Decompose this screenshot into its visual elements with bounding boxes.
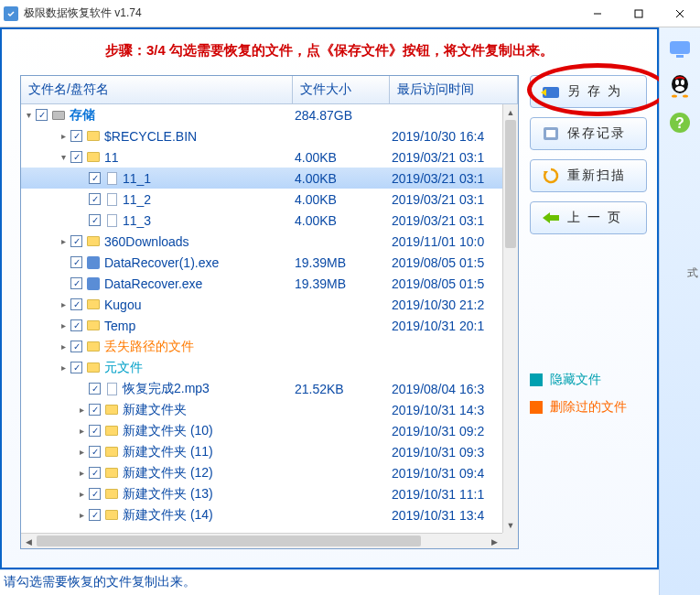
row-name: $RECYCLE.BIN bbox=[104, 129, 197, 144]
checkbox[interactable] bbox=[70, 362, 82, 373]
row-name: 新建文件夹 (11) bbox=[123, 444, 213, 460]
checkbox[interactable] bbox=[89, 193, 101, 205]
expander-icon[interactable]: ▸ bbox=[76, 510, 87, 521]
hscroll-thumb[interactable] bbox=[37, 536, 421, 546]
checkbox[interactable] bbox=[89, 488, 101, 500]
table-row[interactable]: ▸新建文件夹 (11)2019/10/31 09:3 bbox=[21, 441, 502, 462]
root-row[interactable]: ▾ 存储 284.87GB bbox=[21, 104, 502, 125]
checkbox[interactable] bbox=[89, 446, 101, 458]
scroll-thumb[interactable] bbox=[505, 120, 516, 248]
row-name: 新建文件夹 (13) bbox=[123, 486, 213, 503]
table-row[interactable]: ▸元文件 bbox=[21, 357, 502, 378]
expander-icon[interactable]: ▸ bbox=[58, 320, 69, 331]
titlebar: 极限数据恢复软件 v1.74 bbox=[0, 0, 700, 27]
table-row[interactable]: 恢复完成2.mp321.52KB2019/08/04 16:3 bbox=[21, 378, 502, 399]
column-size[interactable]: 文件大小 bbox=[293, 76, 390, 103]
table-row[interactable]: ▾114.00KB2019/03/21 03:1 bbox=[21, 146, 502, 168]
folder-icon bbox=[86, 319, 101, 333]
table-row[interactable]: ▸新建文件夹 (13)2019/10/31 11:1 bbox=[21, 483, 502, 504]
checkbox[interactable] bbox=[89, 404, 101, 416]
prev-page-button[interactable]: 上 一 页 bbox=[530, 201, 647, 234]
expander-icon bbox=[58, 257, 69, 268]
expander-icon bbox=[76, 215, 87, 226]
legend-hidden-label: 隐藏文件 bbox=[550, 372, 601, 388]
expander-icon[interactable]: ▸ bbox=[76, 405, 87, 416]
expander-icon[interactable]: ▾ bbox=[23, 110, 34, 121]
expander-icon[interactable]: ▸ bbox=[76, 468, 87, 479]
scroll-up-icon[interactable]: ▲ bbox=[503, 104, 518, 120]
checkbox[interactable] bbox=[70, 235, 82, 247]
expander-icon[interactable]: ▸ bbox=[58, 362, 69, 373]
row-name: 存储 bbox=[70, 107, 95, 124]
table-row[interactable]: DataRecover(1).exe19.39MB2019/08/05 01:5 bbox=[21, 252, 502, 273]
close-button[interactable] bbox=[659, 0, 700, 27]
file-icon bbox=[104, 213, 119, 228]
vertical-scrollbar[interactable]: ▲ ▼ bbox=[502, 104, 518, 533]
table-row[interactable]: ▸新建文件夹 (14)2019/10/31 13:4 bbox=[21, 504, 502, 525]
checkbox[interactable] bbox=[36, 109, 48, 121]
checkbox[interactable] bbox=[89, 172, 101, 184]
expander-icon[interactable]: ▸ bbox=[76, 447, 87, 458]
row-size: 19.39MB bbox=[295, 276, 392, 291]
table-row[interactable]: ▸新建文件夹 (10)2019/10/31 09:2 bbox=[21, 420, 502, 441]
expander-icon[interactable]: ▸ bbox=[58, 341, 69, 352]
save-as-button[interactable]: 另 存 为 bbox=[530, 75, 647, 108]
expander-icon[interactable]: ▸ bbox=[58, 236, 69, 247]
legend: 隐藏文件 删除过的文件 bbox=[530, 372, 648, 416]
column-name[interactable]: 文件名/盘符名 bbox=[21, 76, 293, 103]
checkbox[interactable] bbox=[70, 151, 82, 163]
expander-icon[interactable]: ▾ bbox=[58, 152, 69, 163]
minimize-button[interactable] bbox=[576, 0, 618, 27]
save-record-icon bbox=[540, 124, 562, 143]
svg-text:?: ? bbox=[675, 115, 684, 131]
checkbox[interactable] bbox=[70, 319, 82, 331]
checkbox[interactable] bbox=[70, 277, 82, 289]
scroll-right-icon[interactable]: ▶ bbox=[487, 534, 502, 548]
folder-icon bbox=[86, 298, 101, 312]
row-date: 2019/10/31 11:1 bbox=[392, 487, 502, 502]
row-name: Kugou bbox=[104, 298, 141, 312]
expander-icon bbox=[76, 173, 87, 184]
maximize-button[interactable] bbox=[618, 0, 659, 27]
row-name: 360Downloads bbox=[104, 234, 189, 249]
table-row[interactable]: ▸Kugou2019/10/30 21:2 bbox=[21, 294, 502, 315]
checkbox[interactable] bbox=[70, 298, 82, 310]
rescan-button[interactable]: 重新扫描 bbox=[530, 159, 647, 192]
svg-rect-2 bbox=[635, 10, 642, 17]
svg-rect-8 bbox=[546, 130, 555, 137]
expander-icon[interactable]: ▸ bbox=[58, 299, 69, 310]
save-record-button[interactable]: 保存记录 bbox=[530, 117, 647, 150]
rail-monitor-icon[interactable] bbox=[665, 35, 695, 64]
checkbox[interactable] bbox=[70, 341, 82, 352]
table-row[interactable]: ▸新建文件夹2019/10/31 14:3 bbox=[21, 399, 502, 420]
expander-icon[interactable]: ▸ bbox=[76, 426, 87, 437]
table-row[interactable]: ▸$RECYCLE.BIN2019/10/30 16:4 bbox=[21, 125, 502, 146]
checkbox[interactable] bbox=[70, 130, 82, 142]
table-row[interactable]: 11_34.00KB2019/03/21 03:1 bbox=[21, 210, 502, 231]
folder-icon bbox=[104, 445, 119, 460]
column-date[interactable]: 最后访问时间 bbox=[390, 76, 518, 103]
table-row[interactable]: ▸丢失路径的文件 bbox=[21, 336, 502, 357]
save-as-label: 另 存 为 bbox=[567, 83, 622, 100]
expander-icon[interactable]: ▸ bbox=[58, 131, 69, 142]
checkbox[interactable] bbox=[89, 425, 101, 437]
row-name: 元文件 bbox=[104, 360, 143, 376]
scroll-left-icon[interactable]: ◀ bbox=[21, 535, 37, 549]
rail-qq-icon[interactable] bbox=[665, 71, 695, 101]
table-row[interactable]: DataRecover.exe19.39MB2019/08/05 01:5 bbox=[21, 273, 502, 294]
checkbox[interactable] bbox=[89, 509, 101, 521]
scroll-down-icon[interactable]: ▼ bbox=[503, 517, 518, 533]
table-row[interactable]: ▸新建文件夹 (12)2019/10/31 09:4 bbox=[21, 462, 502, 483]
expander-icon[interactable]: ▸ bbox=[76, 489, 87, 500]
table-row[interactable]: 11_14.00KB2019/03/21 03:1 bbox=[21, 168, 502, 189]
checkbox[interactable] bbox=[89, 383, 101, 395]
checkbox[interactable] bbox=[89, 467, 101, 479]
horizontal-scrollbar[interactable]: ◀ ▶ bbox=[21, 533, 502, 548]
table-row[interactable]: 11_24.00KB2019/03/21 03:1 bbox=[21, 189, 502, 210]
row-date: 2019/03/21 03:1 bbox=[392, 171, 502, 186]
rail-help-icon[interactable]: ? bbox=[665, 108, 695, 137]
checkbox[interactable] bbox=[70, 256, 82, 268]
table-row[interactable]: ▸360Downloads2019/11/01 10:0 bbox=[21, 231, 502, 252]
table-row[interactable]: ▸Temp2019/10/31 20:1 bbox=[21, 315, 502, 336]
checkbox[interactable] bbox=[89, 214, 101, 226]
